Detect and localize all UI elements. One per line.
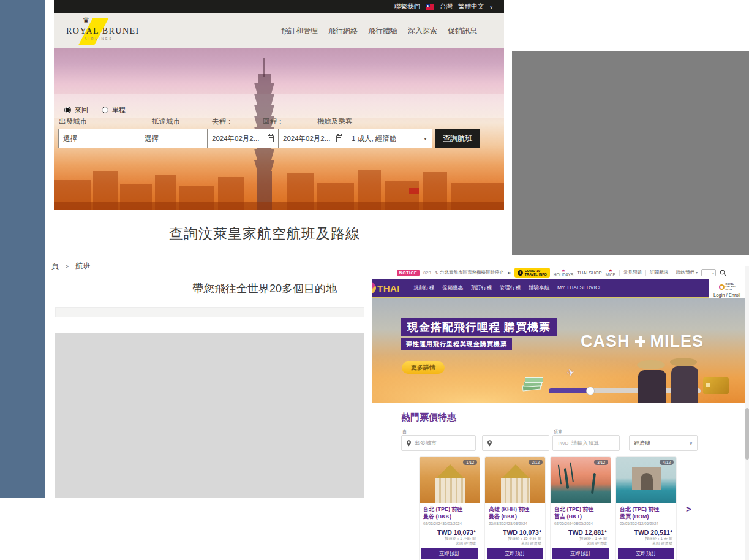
breadcrumb-current: 航班: [75, 261, 90, 271]
couple-illustration: [634, 358, 708, 403]
nav-book[interactable]: 預訂行程: [471, 284, 492, 292]
card-origin: 台北 (TPE) 前往: [423, 505, 476, 513]
search-icon[interactable]: [720, 270, 726, 276]
carousel-next-arrow[interactable]: >: [686, 504, 691, 514]
breadcrumb-home[interactable]: 頁: [51, 261, 59, 271]
thai-logo-wordmark: THAI: [377, 283, 400, 293]
thai-shop-link[interactable]: THAI SHOP: [577, 270, 601, 276]
covid-travel-info-button[interactable]: i COVID-19 TRAVEL INFO: [514, 268, 550, 278]
cabin-pax-value: 1 成人, 經濟艙: [352, 134, 396, 143]
deals-origin-input[interactable]: 出發城市: [401, 435, 476, 451]
holidays-link[interactable]: ★ HOLIDAYS: [554, 268, 573, 277]
nav-plan[interactable]: 規劃行程: [413, 284, 434, 292]
depart-date-value: 2024年02月2...: [212, 134, 259, 143]
thai-logo[interactable]: THAI: [372, 282, 400, 293]
card-dates: 05/05/202412/05/2024: [620, 521, 672, 526]
cabin-pax-select[interactable]: 1 成人, 經濟艙 ▼: [347, 129, 432, 148]
deal-card[interactable]: 4/12 台北 (TPE) 前往 孟買 (BOM) 05/05/202412/0…: [615, 456, 677, 560]
card-price: TWD 12,881*: [554, 529, 607, 536]
faq-link[interactable]: 常見問題: [623, 270, 642, 276]
rb-logo[interactable]: ♛ ROYAL BRUNEI AIRLINES: [66, 17, 140, 46]
chevron-down-icon: ∨: [489, 4, 493, 10]
deals-budget-input[interactable]: TWD 請輸入預算: [552, 435, 620, 451]
card-searched: 搜尋於：1 天 前: [620, 536, 672, 541]
nav-promotions[interactable]: 促銷優惠: [442, 284, 463, 292]
holidays-label: HOLIDAYS: [554, 273, 573, 277]
origin-select[interactable]: 選擇: [58, 129, 140, 148]
cash-notes-illustration: [522, 377, 543, 392]
covid-line2: TRAVEL INFO: [525, 273, 547, 276]
card-searched: 搜尋於：1 小時 前: [423, 536, 476, 541]
book-now-button[interactable]: 立即預訂: [421, 548, 478, 559]
bangkok-temple-photo: 2/12: [485, 457, 545, 503]
card-searched: 搜尋於：1 天 前: [554, 536, 607, 541]
card-price: TWD 10,073*: [489, 529, 541, 536]
miles-label: MILES: [650, 332, 704, 351]
book-now-button[interactable]: 立即預訂: [552, 548, 609, 559]
close-icon[interactable]: ×: [508, 270, 511, 276]
rb-nav-promos[interactable]: 促銷訊息: [448, 26, 477, 36]
location-pin-icon: [406, 440, 412, 447]
notice-text[interactable]: 4. 台北泰航市區票務櫃檯暫時停止: [435, 270, 504, 276]
trip-type-oneway[interactable]: 單程: [102, 105, 126, 115]
label-cabin-pax: 機艙及乘客: [317, 117, 353, 126]
divider: [619, 270, 620, 276]
card-dates: 23/03/202428/03/2024: [489, 521, 541, 526]
rb-nav-explore[interactable]: 深入探索: [408, 26, 437, 36]
calendar-icon[interactable]: [336, 135, 342, 142]
deal-card[interactable]: 2/12 高雄 (KHH) 前往 曼谷 (BKK) 23/03/202428/0…: [484, 456, 546, 560]
deals-cabin-select[interactable]: 經濟艙 ∨: [629, 435, 698, 451]
destination-select[interactable]: 選擇: [140, 129, 207, 148]
scrollbar-thumb[interactable]: [745, 408, 749, 460]
return-date-input[interactable]: 2024年02月2...: [278, 129, 347, 148]
subscribe-link[interactable]: 訂閱新訊: [650, 270, 668, 276]
crown-icon: ♛: [83, 16, 89, 25]
rb-nav-experience[interactable]: 飛行體驗: [368, 26, 397, 36]
cash-miles-banner[interactable]: 現金搭配飛行哩程 購買機票 彈性運用飛行里程與現金購買機票 更多詳情 CASH …: [372, 298, 745, 403]
banner-subtitle: 彈性運用飛行里程與現金購買機票: [401, 338, 512, 350]
card-destination: 普吉 (HKT): [554, 513, 607, 520]
phuket-palms-photo: 3/12: [551, 457, 611, 503]
more-details-button[interactable]: 更多詳情: [402, 361, 445, 374]
cash-label: CASH: [581, 332, 630, 351]
radio-unselected-icon[interactable]: [102, 107, 108, 113]
nav-my-thai-service[interactable]: MY THAI SERVICE: [557, 284, 603, 292]
book-now-button[interactable]: 立即預訂: [487, 548, 543, 559]
cash-miles-wordmark: CASH MILES: [581, 332, 704, 351]
slider-knob[interactable]: [586, 387, 595, 395]
nav-manage[interactable]: 管理行程: [500, 284, 521, 292]
card-price: TWD 20,511*: [620, 529, 672, 536]
scrollbar-track[interactable]: [745, 266, 749, 560]
deal-card[interactable]: 1/12 台北 (TPE) 前往 曼谷 (BKK) 02/03/202430/0…: [419, 456, 480, 560]
deals-destination-input[interactable]: [482, 435, 549, 451]
label-return: 回程：: [263, 117, 284, 126]
calendar-icon[interactable]: [268, 135, 274, 142]
rop-swirl-icon: [719, 284, 725, 290]
chevron-down-icon: ▾: [712, 271, 714, 275]
card-dates: 02/03/202430/03/2024: [423, 521, 476, 526]
trip-type-roundtrip[interactable]: 來回: [64, 105, 88, 115]
nav-experience[interactable]: 體驗泰航: [529, 284, 549, 292]
book-now-button[interactable]: 立即預訂: [618, 548, 674, 559]
language-selector[interactable]: ▾: [701, 269, 716, 276]
content-placeholder-box: [55, 333, 364, 498]
return-date-value: 2024年02月2...: [283, 134, 330, 143]
left-placeholder-panel: [0, 0, 45, 498]
carousel-position-badge: 1/12: [463, 460, 477, 465]
chevron-down-icon: ∨: [689, 441, 693, 446]
rop-logo: ROYAL ORCHID PLUS: [719, 283, 736, 292]
carousel-position-badge: 4/12: [660, 460, 674, 465]
depart-date-input[interactable]: 2024年02月2...: [207, 129, 278, 148]
login-enroll-link[interactable]: Login / Enroll: [713, 292, 740, 298]
rb-logo-wordmark: ROYAL BRUNEI: [66, 26, 140, 36]
rb-nav-manage[interactable]: 預訂和管理: [281, 26, 318, 36]
contact-menu[interactable]: 聯絡我們 ▾: [676, 270, 698, 276]
deal-card[interactable]: 3/12 台北 (TPE) 前往 普吉 (HKT) 02/05/202408/0…: [550, 456, 611, 560]
mice-link[interactable]: ★ MICE: [606, 268, 615, 277]
rb-contact-link[interactable]: 聯繫我們: [394, 2, 420, 11]
rb-nav-network[interactable]: 飛行網絡: [328, 26, 358, 36]
search-flights-button[interactable]: 查詢航班: [435, 129, 480, 148]
radio-selected-icon[interactable]: [64, 107, 71, 113]
bangkok-temple-photo: 1/12: [420, 457, 480, 503]
rb-locale-selector[interactable]: 台灣 - 繁體中文: [440, 2, 484, 11]
